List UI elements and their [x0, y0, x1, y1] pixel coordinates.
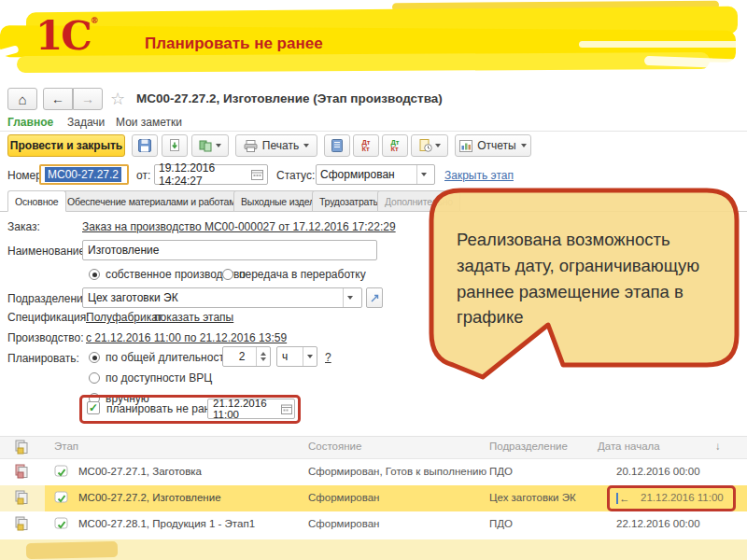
status-label: Статус:: [276, 169, 315, 182]
forward-icon: →: [81, 91, 94, 106]
register-records-button[interactable]: [324, 134, 350, 157]
menu-main[interactable]: Главное: [7, 116, 53, 129]
print-button[interactable]: Печать: [235, 134, 317, 157]
close-stage-link[interactable]: Закрыть этап: [444, 169, 514, 182]
cell-stage: МС00-27.27.1, Заготовка: [78, 466, 202, 477]
column-header-stage[interactable]: Этап: [54, 441, 78, 452]
show-stages-link[interactable]: показать этапы: [154, 311, 233, 324]
by-duration-radio[interactable]: [89, 352, 100, 363]
document-title: МС00-27.27.2, Изготовление (Этап произво…: [136, 91, 443, 105]
own-production-radio[interactable]: [89, 269, 100, 280]
open-department-button[interactable]: [366, 287, 383, 308]
department-select[interactable]: Цех заготовки ЭК: [82, 287, 362, 308]
help-link[interactable]: ?: [325, 351, 331, 364]
chevron-down-icon: [307, 355, 313, 358]
back-button[interactable]: ←: [43, 88, 73, 110]
spec-label: Спецификация:: [7, 311, 90, 324]
select-dropdown[interactable]: [343, 288, 357, 307]
date-input[interactable]: 19.12.2016 14:24:27: [154, 164, 268, 185]
post-document-button[interactable]: [162, 134, 188, 157]
spec-link[interactable]: Полуфабрикат: [86, 311, 162, 324]
copies-icon: [15, 490, 31, 510]
save-button[interactable]: [132, 134, 158, 157]
column-header-state[interactable]: Состояние: [308, 441, 361, 452]
chevron-down-icon: [521, 144, 527, 147]
production-period-link[interactable]: с 21.12.2016 11:00 по 21.12.2016 13:59: [86, 331, 287, 344]
check-icon: ✓: [89, 401, 98, 414]
1c-logo: 1С®: [35, 17, 99, 56]
cell-state: Сформирован: [308, 518, 379, 529]
page-title: Планировать не ранее: [145, 35, 323, 53]
cell-department: ПДО: [489, 518, 513, 529]
cell-department: ПДО: [489, 466, 513, 477]
order-label: Заказ:: [7, 220, 40, 233]
open-link-icon: [370, 293, 380, 303]
by-wrc-radio[interactable]: [89, 372, 100, 384]
menu-tasks[interactable]: Задачи: [67, 116, 105, 129]
not-earlier-date-input[interactable]: 21.12.2016 11:00: [207, 399, 295, 419]
tab-main[interactable]: Основное: [7, 190, 66, 212]
order-link[interactable]: Заказ на производство МС00-000027 от 17.…: [82, 220, 396, 233]
table-row[interactable]: МС00-27.27.1, Заготовка Сформирован, Гот…: [0, 459, 747, 485]
separator: [0, 131, 747, 132]
from-label: от:: [136, 169, 150, 182]
calendar-icon[interactable]: [251, 169, 263, 180]
callout-bubble: Реализована возможность задать дату, огр…: [429, 188, 740, 389]
tolling-label: передача в переработку: [239, 268, 366, 281]
column-header-department[interactable]: Подразделение: [489, 441, 568, 452]
name-value: Изготовление: [88, 244, 159, 257]
chevron-down-icon: [216, 144, 221, 147]
duration-value: 2: [239, 350, 246, 363]
post-and-close-button[interactable]: Провести и закрыть: [7, 134, 125, 157]
cell-stage: МС00-27.27.2, Изготовление: [78, 492, 221, 503]
post-document-icon: [168, 139, 181, 152]
not-earlier-checkbox[interactable]: ✓: [87, 401, 100, 414]
tolling-radio[interactable]: [222, 269, 233, 280]
favorite-star-icon[interactable]: ☆: [110, 89, 125, 109]
cell-state: Сформирован: [308, 492, 379, 503]
cell-start: 22.12.2016 00:00: [616, 518, 700, 529]
dtkt-icon: ДтКт: [361, 139, 370, 152]
document-history-button[interactable]: [411, 134, 448, 157]
copies-icon: [15, 516, 31, 536]
create-based-on-button[interactable]: [191, 134, 229, 157]
callout-text: Реализована возможность задать дату, огр…: [457, 227, 712, 330]
stepper-arrows[interactable]: [256, 347, 270, 366]
reports-button[interactable]: Отчеты: [455, 134, 531, 157]
cell-stage: МС00-27.28.1, Продукция 1 - Этап1: [78, 518, 255, 529]
app-window: 1С® Планировать не ранее ⌂ ← → ☆ МС00-27…: [0, 0, 747, 560]
status-select[interactable]: Сформирован: [316, 164, 435, 185]
tab-materials[interactable]: Обеспечение материалами и работами (2): [60, 190, 262, 212]
dtkt-plan-button[interactable]: ДтКт: [382, 134, 408, 157]
copies-icon: [15, 464, 31, 483]
dtkt-entries-button[interactable]: ДтКт: [353, 134, 379, 157]
bottom-highlighter-patch: [26, 541, 118, 559]
unit-select[interactable]: ч: [276, 346, 317, 367]
table-row-current[interactable]: МС00-27.27.2, Изготовление Сформирован Ц…: [0, 485, 747, 511]
name-input[interactable]: Изготовление: [82, 240, 377, 260]
calendar-icon[interactable]: [281, 404, 292, 414]
copies-icon: [15, 440, 31, 459]
report-icon: [459, 140, 472, 152]
unit-value: ч: [282, 350, 288, 363]
column-header-start[interactable]: Дата начала: [598, 441, 660, 452]
plan-label: Планировать:: [7, 352, 79, 365]
date-value: 19.12.2016 14:24:27: [159, 161, 251, 188]
highlighter-stroke: [17, 52, 710, 73]
cell-state: Сформирован, Готов к выполнению: [308, 466, 486, 477]
duration-stepper[interactable]: 2: [222, 346, 271, 367]
home-button[interactable]: ⌂: [7, 88, 37, 110]
forward-button[interactable]: →: [73, 88, 103, 110]
chevron-down-icon: [435, 144, 441, 147]
number-input[interactable]: МС00-27.27.2: [39, 164, 129, 185]
menu-notes[interactable]: Мои заметки: [116, 116, 182, 129]
document-check-icon: [54, 517, 68, 535]
highlighter-gap: [0, 9, 18, 24]
cell-start: 20.12.2016 00:00: [616, 466, 700, 477]
home-icon: ⌂: [18, 91, 26, 107]
number-value: МС00-27.27.2: [45, 167, 121, 182]
select-dropdown[interactable]: [416, 165, 430, 184]
chevron-down-icon: [347, 296, 353, 300]
table-row[interactable]: МС00-27.28.1, Продукция 1 - Этап1 Сформи…: [0, 511, 747, 538]
select-dropdown[interactable]: [303, 347, 317, 366]
